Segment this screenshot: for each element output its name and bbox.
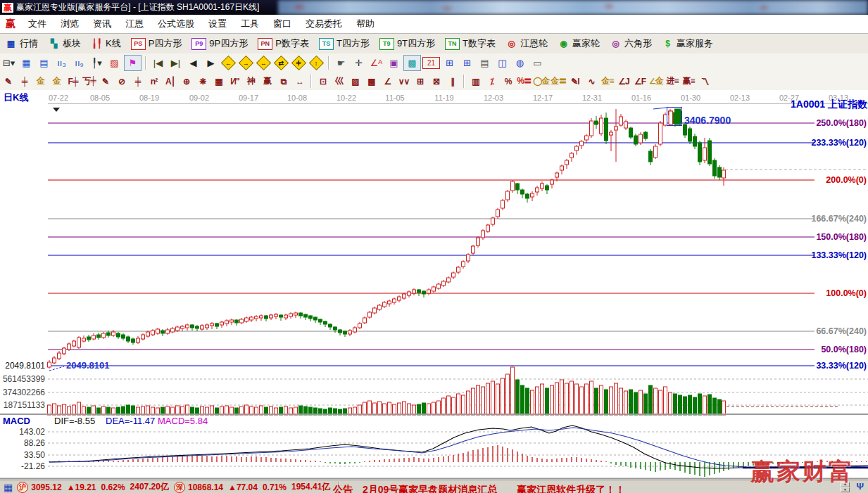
percent-line-button[interactable]: %〓 [517, 75, 532, 88]
gold-line-button[interactable]: 金〓 [551, 75, 566, 88]
shen-grid-button[interactable]: 神 [244, 75, 258, 88]
percent-button[interactable]: % [501, 75, 515, 88]
pencil-2-button[interactable]: ✎ [98, 75, 113, 88]
pattern-brush-button[interactable]: ▨ [106, 56, 122, 70]
percent-7-button[interactable]: ⁒ [484, 75, 499, 88]
save-floppy-button[interactable]: ◫ [494, 56, 510, 70]
bars-9-button[interactable]: ıı₉ [71, 56, 87, 70]
maze-analysis-button[interactable]: ▩ [403, 55, 421, 71]
column-chart-button[interactable]: ▥ [468, 75, 483, 88]
print-button[interactable]: ▭ [529, 56, 546, 70]
feature-kline-button[interactable]: ╽╿K线 [89, 37, 123, 51]
diamond-left-button[interactable]: ← [220, 56, 237, 70]
feature-9p-square-button[interactable]: P99P四方形 [189, 37, 250, 51]
feature-quotes-button[interactable]: ▦行情 [3, 37, 40, 51]
menu-item-设置[interactable]: 设置 [201, 16, 234, 32]
menu-item-文件[interactable]: 文件 [21, 16, 54, 32]
feature-winner-service-button[interactable]: $赢家服务 [660, 37, 715, 51]
f-grid-button[interactable]: F╪ [65, 75, 80, 88]
bars-3-button[interactable]: ıı₃ [54, 56, 70, 70]
feature-sectors-button[interactable]: ▚板块 [46, 37, 83, 51]
prev-bar-button[interactable]: ◀ [185, 56, 201, 70]
angle-j-button[interactable]: ∠J [616, 75, 631, 88]
angle-gold-button[interactable]: ∠金 [648, 75, 663, 88]
angle-f-button[interactable]: ∠F [632, 75, 647, 88]
menu-item-交易委托[interactable]: 交易委托 [298, 16, 349, 32]
hand-tool-button[interactable]: ☛ [333, 56, 349, 70]
spinner-down-icon[interactable]: ▼ [841, 487, 850, 493]
ma-grid-button[interactable]: 丂╪ [82, 75, 96, 88]
menu-item-浏览[interactable]: 浏览 [54, 16, 86, 32]
macd-pane-title[interactable]: MACD [3, 416, 30, 426]
feature-t-square-button[interactable]: TST四方形 [317, 37, 372, 51]
feature-hexagon-button[interactable]: ◎六角形 [608, 37, 654, 51]
menu-item-江恩[interactable]: 江恩 [118, 16, 151, 32]
diamond-expand-button[interactable]: ↔ [256, 56, 272, 70]
shenzhen-market-icon[interactable]: 深 [174, 482, 185, 493]
news-ticker[interactable]: 公告 2月09号赢家早盘题材消息汇总 赢家江恩软件升级了！！ [333, 484, 819, 493]
calendar-button[interactable]: 21 [422, 57, 440, 69]
diamond-right-button[interactable]: → [238, 56, 254, 70]
menu-item-工具[interactable]: 工具 [234, 16, 266, 32]
wave-tool-button[interactable]: 〽 [697, 75, 712, 88]
notes-button[interactable]: ▤ [477, 56, 493, 70]
pane-dropdown-icon[interactable] [53, 108, 60, 112]
angle-line-button[interactable]: ∠ [380, 75, 395, 88]
shanghai-market-icon[interactable]: 沪 [17, 482, 28, 493]
box-tool-button[interactable]: ⊡ [315, 75, 330, 88]
angle-measure-button[interactable]: ∠ᴬ [368, 56, 384, 70]
dark-box-button[interactable]: ▩ [364, 75, 379, 88]
web-grid-button[interactable]: ▦ [211, 75, 226, 88]
menu-item-资讯[interactable]: 资讯 [86, 16, 118, 32]
menu-item-公式选股[interactable]: 公式选股 [151, 16, 201, 32]
feature-winner-wheel-button[interactable]: ◉赢家轮 [555, 37, 602, 51]
h-span-button[interactable]: ↔ [292, 75, 307, 88]
window-split-button[interactable]: ▦ [18, 56, 34, 70]
feature-p-number-table-button[interactable]: PNP数字表 [256, 37, 311, 51]
gold-circle-button[interactable]: ◯金 [533, 75, 549, 88]
last-page-button[interactable]: ▶| [168, 56, 184, 70]
ying-grid-button[interactable]: 赢 [260, 75, 275, 88]
spinner-up-icon[interactable]: ▲ [841, 482, 850, 487]
hash-line-button[interactable]: ╪ [17, 75, 32, 88]
wave-a-button[interactable]: ∿ [584, 75, 598, 88]
star-web-button[interactable]: ❋ [195, 75, 210, 88]
fan-lines-button[interactable]: 巛 [332, 75, 346, 88]
crosshair-tool-button[interactable]: ✛ [351, 56, 367, 70]
gold-grid-2-button[interactable]: 金 [49, 75, 64, 88]
next-bar-button[interactable]: ▶ [203, 56, 219, 70]
candle-style-dropdown-button[interactable]: ╿▾ [89, 56, 105, 70]
feature-t-number-table-button[interactable]: TNT数字表 [443, 37, 498, 51]
check-line-button[interactable]: ∨∨ [396, 75, 411, 88]
f10-info-button[interactable]: ▤ [36, 56, 52, 70]
gold-levels-button[interactable]: 金≡ [600, 75, 615, 88]
jin-levels-button[interactable]: 进≡ [665, 75, 679, 88]
compass-button[interactable]: ⊕ [179, 75, 194, 88]
feature-gann-wheel-button[interactable]: ◎江恩轮 [503, 37, 550, 51]
grid-box-button[interactable]: ⊞ [413, 75, 427, 88]
feature-p-square-button[interactable]: PSP四方形 [129, 37, 184, 51]
parallel-lines-button[interactable]: ∥ [445, 75, 460, 88]
edit-window-button[interactable]: ▣ [386, 56, 402, 70]
feature-9t-square-button[interactable]: T99T四方形 [377, 37, 437, 51]
diamond-compress-button[interactable]: ⇄ [273, 56, 289, 70]
ruler-123-button[interactable]: ⧉ [276, 75, 291, 88]
ticker-scroll-spinner[interactable]: ▲ ▼ [841, 482, 850, 492]
n-square-button[interactable]: n² [146, 75, 161, 88]
gold-grid-1-button[interactable]: 金 [33, 75, 48, 88]
menu-item-窗口[interactable]: 窗口 [266, 16, 298, 32]
kline-chart[interactable]: 07-2208-0508-1909-0209-1710-0810-2211-05… [0, 90, 868, 480]
circle-grid-button[interactable]: ⊘ [114, 75, 129, 88]
pencil-candle-button[interactable]: ✎l [567, 75, 582, 88]
color-flag-button[interactable]: ⚑ [124, 55, 141, 71]
a-line-button[interactable]: A⎮ [163, 75, 177, 88]
calculator-1-button[interactable]: ⊞ [441, 56, 458, 70]
export-disk-button[interactable]: ◍ [512, 56, 528, 70]
hash-line-2-button[interactable]: ╪ [130, 75, 145, 88]
menu-item-帮助[interactable]: 帮助 [349, 16, 382, 32]
pencil-button[interactable]: ✎ [1, 75, 15, 88]
m-quote-button[interactable]: И" [227, 75, 242, 88]
market-table-icon[interactable]: ▦ [4, 482, 13, 493]
pane-label-kline[interactable]: 日K线 [4, 92, 28, 103]
calculator-2-button[interactable]: ⊞ [459, 56, 475, 70]
